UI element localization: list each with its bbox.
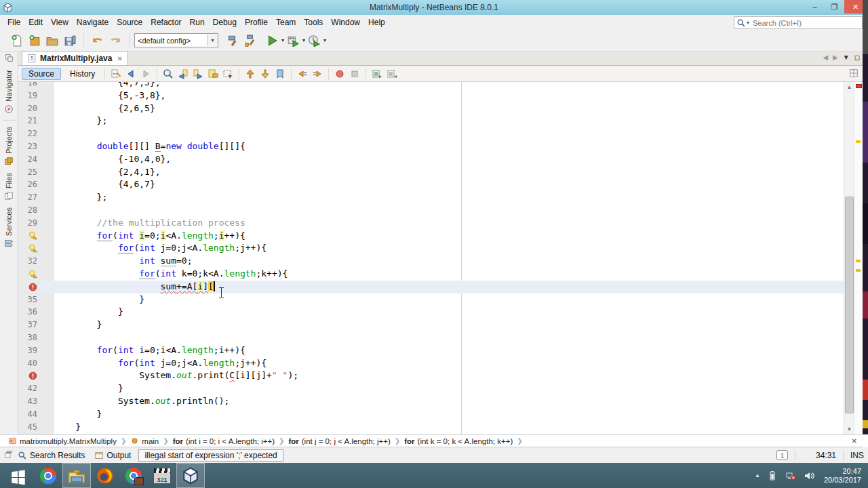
sidebar-tab-services[interactable]: Services — [4, 204, 14, 251]
open-project-button[interactable] — [43, 32, 61, 49]
restore-window-group-icon[interactable] — [4, 451, 13, 460]
menu-view[interactable]: View — [47, 16, 73, 28]
comment-button[interactable] — [370, 67, 384, 81]
search-results-button[interactable]: Search Results — [13, 451, 90, 460]
history-view-button[interactable]: History — [64, 68, 101, 79]
sidebar-tab-projects[interactable]: Projects — [4, 123, 14, 169]
breadcrumb-close-icon[interactable]: ✕ — [852, 437, 857, 445]
chevron-down-icon[interactable]: ▾ — [323, 37, 326, 43]
search-input[interactable] — [751, 18, 849, 28]
menu-refactor[interactable]: Refactor — [146, 16, 185, 28]
code-line-45[interactable]: 45 } — [18, 421, 844, 434]
tab-close-icon[interactable]: ✕ — [117, 55, 122, 62]
breadcrumb-segment[interactable]: main — [127, 436, 161, 445]
scrollbar-thumb[interactable] — [845, 197, 854, 413]
dock-window-icon[interactable] — [5, 54, 14, 62]
split-document-icon[interactable] — [849, 68, 859, 78]
save-all-button[interactable] — [61, 32, 79, 49]
error-stripe-warning-mark[interactable] — [856, 140, 861, 143]
next-bookmark-button[interactable] — [258, 67, 273, 81]
code-line-27[interactable]: 27 }; — [18, 191, 844, 204]
new-file-button[interactable] — [8, 32, 26, 49]
code-line-31[interactable]: for(int j=0;j<A.length;j++){ — [18, 242, 844, 255]
scroll-up-icon[interactable]: ▲ — [844, 82, 854, 92]
menu-help[interactable]: Help — [364, 16, 389, 28]
vertical-scrollbar[interactable]: ▲ ▼ — [844, 82, 854, 434]
tray-clock[interactable]: 20:47 20/03/2017 — [824, 467, 861, 485]
code-line-35[interactable]: 35 } — [18, 293, 844, 306]
network-disconnected-icon[interactable] — [785, 470, 797, 481]
code-line-41[interactable]: System.out.print(C[i][j]+" "); — [18, 369, 844, 382]
forward-button[interactable] — [138, 67, 153, 81]
code-line-36[interactable]: 36 } — [18, 306, 844, 319]
menu-profile[interactable]: Profile — [241, 16, 272, 28]
error-stripe-warning-mark[interactable] — [856, 269, 861, 272]
scroll-tabs-left-icon[interactable]: ◀ — [823, 54, 828, 61]
find-previous-button[interactable] — [176, 67, 191, 81]
menu-tools[interactable]: Tools — [300, 16, 327, 28]
taskbar-media-player-classic[interactable]: 321 — [148, 463, 176, 488]
tray-expand-icon[interactable]: ▲ — [755, 472, 760, 479]
shift-line-right-button[interactable] — [310, 67, 325, 81]
scroll-tabs-right-icon[interactable]: ▶ — [833, 54, 838, 61]
restore-button-icon[interactable]: ❐ — [825, 0, 844, 14]
error-badge-icon[interactable] — [18, 369, 41, 382]
build-project-button[interactable] — [224, 32, 241, 49]
select-rectangular-button[interactable] — [220, 67, 235, 81]
undo-button[interactable] — [89, 32, 106, 49]
back-button[interactable] — [123, 67, 138, 81]
quick-search[interactable]: ▾ — [734, 16, 863, 29]
sidebar-tab-files[interactable]: Files — [4, 169, 14, 204]
redo-button[interactable] — [106, 32, 124, 49]
code-line-22[interactable]: 22 — [18, 127, 844, 140]
tab-list-dropdown-icon[interactable]: ▼ — [843, 54, 850, 61]
menu-team[interactable]: Team — [272, 16, 300, 28]
breadcrumb-segment[interactable]: matrixmultiply.MatrixMultiply — [5, 436, 119, 445]
code-line-44[interactable]: 44 } — [18, 408, 844, 421]
warning-badge-icon[interactable] — [18, 230, 41, 243]
code-line-20[interactable]: 20 {2,6,5} — [18, 102, 844, 115]
taskbar-chrome-downloader[interactable] — [119, 463, 148, 488]
taskbar-file-explorer[interactable] — [62, 463, 91, 488]
code-line-23[interactable]: 23 double[][] B=new double[][]{ — [18, 140, 844, 153]
error-stripe-top-error-mark[interactable] — [856, 84, 862, 88]
taskbar-chrome[interactable] — [34, 463, 62, 488]
code-line-30[interactable]: for(int i=0;i<A.length;i++){ — [18, 230, 844, 243]
minimize-button-icon[interactable]: – — [805, 0, 825, 14]
taskbar-firefox[interactable] — [91, 463, 119, 488]
toggle-bookmark-button[interactable] — [273, 67, 288, 81]
run-project-button[interactable] — [263, 32, 281, 49]
find-next-button[interactable] — [191, 67, 205, 81]
menu-edit[interactable]: Edit — [24, 16, 47, 28]
code-editor[interactable]: 18 {4,7,3},19 {5,-3,8},20 {2,6,5}21 };22… — [18, 82, 863, 434]
code-line-24[interactable]: 24 {-10,4,0}, — [18, 153, 844, 166]
breadcrumb-segment[interactable]: for (int k = 0; k < A.length; k++) — [401, 437, 515, 445]
menu-navigate[interactable]: Navigate — [73, 16, 113, 28]
scroll-down-icon[interactable]: ▼ — [844, 424, 854, 434]
breadcrumb-segment[interactable]: for (int j = 0; j < A.length; j++) — [285, 437, 393, 445]
last-edit-position-button[interactable] — [108, 67, 123, 81]
previous-bookmark-button[interactable] — [243, 67, 258, 81]
code-line-19[interactable]: 19 {5,-3,8}, — [18, 89, 844, 102]
code-line-34[interactable]: sum+=A[i][ — [18, 281, 844, 293]
debug-project-button[interactable] — [284, 32, 302, 49]
code-line-33[interactable]: for(int k=0;k<A.length;k++){ — [18, 268, 844, 281]
find-selection-button[interactable] — [161, 67, 176, 81]
menu-debug[interactable]: Debug — [209, 16, 241, 28]
menu-file[interactable]: File — [3, 16, 24, 28]
error-stripe[interactable] — [854, 82, 863, 434]
code-line-25[interactable]: 25 {2,4,1}, — [18, 166, 844, 179]
code-line-39[interactable]: 39 for(int i=0;i<A.length;i++){ — [18, 344, 844, 357]
warning-badge-icon[interactable] — [18, 242, 41, 255]
profile-project-button[interactable] — [305, 32, 323, 49]
code-line-32[interactable]: 32 int sum=0; — [18, 255, 844, 268]
chevron-down-icon[interactable]: ▾ — [207, 35, 218, 46]
taskbar-netbeans[interactable] — [176, 463, 205, 488]
start-macro-recording-button[interactable] — [332, 67, 347, 81]
output-button[interactable]: Output — [90, 451, 136, 460]
tab-matrixmultiply-java[interactable]: MatrixMultiply.java ✕ — [22, 51, 128, 65]
code-line-18[interactable]: 18 {4,7,3}, — [18, 82, 844, 89]
stop-macro-recording-button[interactable] — [347, 67, 362, 81]
maximize-editor-icon[interactable]: ◻ — [854, 54, 860, 61]
battery-icon[interactable] — [766, 470, 778, 481]
